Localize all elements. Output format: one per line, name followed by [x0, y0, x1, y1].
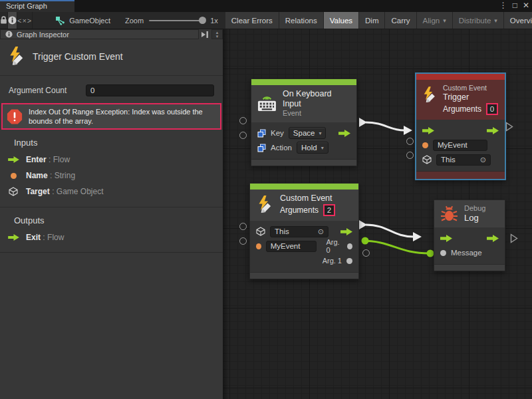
- lock-button[interactable]: [0, 12, 8, 29]
- node-footer: [434, 264, 505, 271]
- object-picker-icon[interactable]: ⊙: [480, 156, 486, 164]
- zoom-value: 1x: [210, 17, 218, 25]
- port-ring[interactable]: [362, 249, 370, 257]
- values-button[interactable]: Values: [324, 12, 359, 29]
- input-row-target: Target : Game Object: [0, 184, 223, 200]
- error-octagon-icon: [7, 108, 23, 126]
- panel-scroll-buttons[interactable]: ▲ ▼: [211, 29, 223, 39]
- event-name-field[interactable]: MyEvent: [433, 140, 487, 151]
- zoom-control: Zoom 1x: [125, 12, 218, 29]
- port-ring[interactable]: [239, 117, 247, 124]
- selected-unit-title: Trigger Custom Event: [33, 51, 123, 62]
- node-header[interactable]: Debug Log: [434, 200, 505, 227]
- scroll-down-icon: ▼: [215, 35, 219, 39]
- run-order-triangle: [505, 122, 513, 132]
- node-header[interactable]: Custom Event Arguments 2: [250, 190, 358, 221]
- window-close-icon[interactable]: ✕: [523, 1, 529, 11]
- graph-canvas[interactable]: On Keyboard Input Event Key Space ▾: [223, 29, 532, 399]
- target-field[interactable]: This ⊙: [270, 226, 329, 237]
- zoom-slider[interactable]: [149, 20, 205, 21]
- string-input-port[interactable]: [422, 142, 428, 148]
- bug-icon: [440, 205, 458, 223]
- window-maximize-icon[interactable]: □: [513, 1, 517, 11]
- flow-input-port[interactable]: [440, 235, 452, 242]
- dock-panel-button[interactable]: [199, 29, 211, 39]
- inputs-heading: Inputs: [0, 130, 223, 152]
- dock-icon: [201, 31, 209, 38]
- wire-end-arrow: [404, 126, 412, 135]
- node-on-keyboard-input[interactable]: On Keyboard Input Event Key Space ▾: [251, 78, 357, 166]
- outputs-heading: Outputs: [0, 207, 223, 229]
- arg0-label: Arg. 0: [326, 238, 342, 254]
- target-field[interactable]: This ⊙: [436, 154, 491, 166]
- graph-inspector-panel: Graph Inspector ▲ ▼ Trigger Custom Event…: [0, 29, 223, 399]
- wire-start-dot: [362, 237, 369, 245]
- port-ring[interactable]: [239, 132, 247, 139]
- wire-end-arrow: [413, 232, 422, 241]
- event-name-value: MyEvent: [271, 242, 301, 250]
- node-debug-log[interactable]: Debug Log Message: [434, 200, 505, 271]
- run-order-triangle: [510, 233, 518, 243]
- flow-output-port[interactable]: [487, 127, 499, 134]
- inspector-toggle-button[interactable]: [8, 12, 17, 29]
- arg1-output-port[interactable]: [346, 258, 352, 264]
- arg1-label: Arg. 1: [323, 257, 342, 265]
- port-ring[interactable]: [239, 223, 247, 230]
- argument-count-label: Argument Count: [9, 86, 86, 95]
- string-input-port[interactable]: [256, 243, 261, 249]
- code-view-button[interactable]: <×>: [17, 12, 33, 29]
- clear-errors-button[interactable]: Clear Errors: [225, 12, 279, 29]
- zoom-slider-handle[interactable]: [199, 17, 206, 24]
- carry-button[interactable]: Carry: [385, 12, 416, 29]
- window-titlebar: Script Graph ⋮ □ ✕: [0, 0, 532, 12]
- unity-visual-scripting-window: Script Graph ⋮ □ ✕ <×>: [0, 0, 532, 399]
- event-name-field[interactable]: MyEvent: [266, 241, 317, 252]
- flow-input-port[interactable]: [422, 127, 434, 134]
- gameobject-context[interactable]: GameObject: [55, 12, 110, 29]
- wire-start-arrow: [359, 220, 367, 229]
- node-custom-event[interactable]: Custom Event Arguments 2 This ⊙: [249, 183, 359, 279]
- argument-count-input[interactable]: 0: [86, 84, 214, 96]
- keyboard-icon: [257, 95, 277, 112]
- custom-event-icon: [7, 47, 27, 66]
- action-dropdown[interactable]: Hold ▾: [297, 142, 329, 154]
- object-picker-icon[interactable]: ⊙: [318, 227, 324, 236]
- gameobject-cube-icon[interactable]: [256, 227, 265, 236]
- dim-button[interactable]: Dim: [359, 12, 385, 29]
- distribute-label: Distribute: [459, 17, 491, 25]
- message-input-port[interactable]: [440, 250, 446, 256]
- wire-end-dot: [427, 250, 434, 257]
- node-header[interactable]: Custom Event Trigger Arguments 0: [416, 80, 505, 120]
- arguments-value-error[interactable]: 0: [486, 103, 498, 115]
- flow-output-port[interactable]: [338, 130, 350, 137]
- custom-event-icon: [422, 86, 437, 104]
- tab-script-graph[interactable]: Script Graph: [0, 0, 74, 12]
- port-ring[interactable]: [406, 152, 414, 159]
- keycode-icon: [257, 144, 266, 152]
- window-menu-icon[interactable]: ⋮: [499, 1, 507, 11]
- distribute-dropdown[interactable]: Distribute ▾: [453, 12, 504, 29]
- input-row-name: Name : String: [0, 168, 223, 184]
- port-ring[interactable]: [239, 237, 247, 245]
- keycode-icon: [257, 129, 266, 138]
- arg0-output-port[interactable]: [347, 243, 352, 249]
- chevron-down-icon: ▾: [443, 17, 446, 24]
- chevron-down-icon: ▾: [494, 17, 497, 24]
- align-dropdown[interactable]: Align ▾: [417, 12, 453, 29]
- graph-toolbar: <×> GameObject Zoom 1x Clear Errors Rela…: [0, 12, 532, 29]
- node-title: Log: [464, 213, 485, 223]
- node-header[interactable]: On Keyboard Input Event: [251, 85, 356, 122]
- panel-divider: [0, 252, 223, 253]
- info-icon: [5, 31, 13, 38]
- key-dropdown[interactable]: Space ▾: [289, 127, 327, 139]
- flow-output-port[interactable]: [487, 235, 499, 242]
- gameobject-cube-icon[interactable]: [422, 155, 432, 164]
- overview-button[interactable]: Overview: [504, 12, 532, 29]
- target-value: This: [275, 227, 289, 235]
- relations-button[interactable]: Relations: [279, 12, 324, 29]
- node-trigger-custom-event[interactable]: Custom Event Trigger Arguments 0: [415, 72, 506, 180]
- arguments-value-error[interactable]: 2: [323, 204, 335, 216]
- input-row-enter: Enter : Flow: [0, 152, 223, 168]
- flow-output-port[interactable]: [340, 228, 352, 235]
- port-ring[interactable]: [406, 138, 414, 145]
